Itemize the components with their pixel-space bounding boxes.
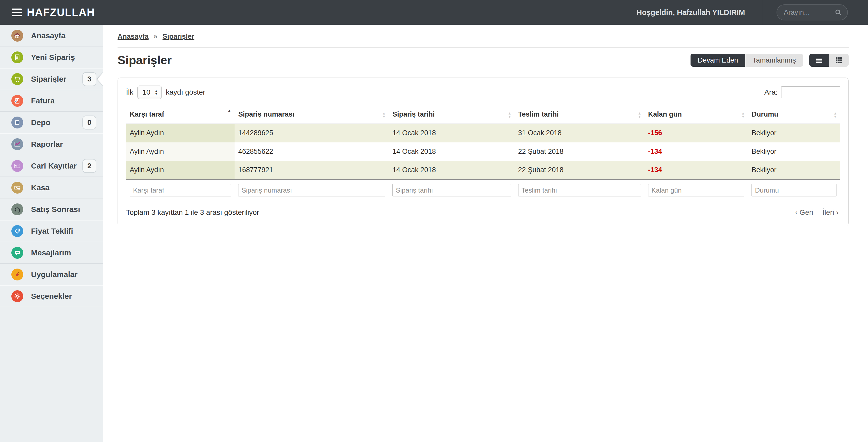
home-icon xyxy=(11,30,23,41)
sidebar-item-satis-sonrasi[interactable]: Satış Sonrası xyxy=(0,199,103,220)
pagination: ‹ Geri İleri › xyxy=(795,208,840,216)
page-length-select[interactable]: 10 ▲▼ xyxy=(137,86,162,99)
search-icon[interactable] xyxy=(834,8,842,16)
tab-tamamlanmis[interactable]: Tamamlanmış xyxy=(745,54,803,67)
sidebar-item-raporlar[interactable]: Raporlar xyxy=(0,134,103,155)
sidebar-item-label: Seçenekler xyxy=(31,292,72,301)
filter-siparis-numarasi-input[interactable] xyxy=(238,184,385,197)
sidebar-item-label: Fatura xyxy=(31,96,55,105)
column-header-siparis-numarasi[interactable]: Sipariş numarası ▲▼ xyxy=(235,106,389,124)
filter-karsi-taraf-input[interactable] xyxy=(130,184,231,197)
breadcrumb-divider xyxy=(118,47,848,48)
sidebar-item-mesajlarim[interactable]: Mesajlarım xyxy=(0,242,103,264)
table-search-label: Ara: xyxy=(765,88,778,96)
table-info-text: Toplam 3 kayıttan 1 ile 3 arası gösteril… xyxy=(126,208,259,216)
breadcrumb-separator: » xyxy=(154,33,158,40)
cell-teslim-tarihi: 22 Şubat 2018 xyxy=(515,161,645,180)
sidebar-item-label: Yeni Sipariş xyxy=(31,53,75,62)
list-view-icon xyxy=(815,56,824,65)
options-gear-icon xyxy=(11,290,23,302)
table-header-row: Karşı taraf ▲ Sipariş numarası ▲▼ Sipari… xyxy=(126,106,840,124)
sidebar-item-uygulamalar[interactable]: Uygulamalar xyxy=(0,264,103,285)
select-arrows-icon: ▲▼ xyxy=(154,89,158,95)
breadcrumb-home-link[interactable]: Anasayfa xyxy=(118,33,149,40)
column-header-durumu[interactable]: Durumu ▲▼ xyxy=(748,106,840,124)
cell-karsi-taraf: Aylin Aydın xyxy=(126,124,235,142)
grid-view-icon xyxy=(834,56,843,65)
topbar: HAFZULLAH Hoşgeldin, Hafzullah YILDIRIM xyxy=(0,0,868,25)
sort-both-icon: ▲▼ xyxy=(833,112,837,118)
sidebar-item-label: Depo xyxy=(31,118,51,127)
cell-durumu: Bekliyor xyxy=(748,142,840,161)
cell-teslim-tarihi: 31 Ocak 2018 xyxy=(515,124,645,142)
orders-cart-icon xyxy=(11,73,23,85)
cell-kalan-gun: -156 xyxy=(645,124,748,142)
sidebar-item-label: Anasayfa xyxy=(31,31,65,40)
active-item-arrow xyxy=(97,72,103,86)
pagination-next-button[interactable]: İleri › xyxy=(823,208,839,216)
cell-durumu: Bekliyor xyxy=(748,161,840,180)
sidebar-item-label: Siparişler xyxy=(31,75,66,84)
table-row[interactable]: Aylin Aydın 462855622 14 Ocak 2018 22 Şu… xyxy=(126,142,840,161)
cash-icon xyxy=(11,182,23,194)
sidebar-item-fiyat-teklifi[interactable]: Fiyat Teklifi xyxy=(0,220,103,242)
filter-kalan-gun-input[interactable] xyxy=(648,184,745,197)
sidebar-item-fatura[interactable]: Fatura xyxy=(0,90,103,112)
page-title: Siparişler xyxy=(118,53,172,67)
cell-siparis-tarihi: 14 Ocak 2018 xyxy=(389,161,514,180)
sidebar-item-kasa[interactable]: Kasa xyxy=(0,177,103,199)
user-greeting: Hoşgeldin, Hafzullah YILDIRIM xyxy=(637,8,745,17)
tab-devam-eden[interactable]: Devam Eden xyxy=(690,54,745,67)
sidebar-item-yeni-siparis[interactable]: Yeni Sipariş xyxy=(0,47,103,68)
sidebar-item-depo[interactable]: Depo 0 xyxy=(0,112,103,134)
toolbar: Devam Eden Tamamlanmış xyxy=(690,54,848,67)
table-row[interactable]: Aylin Aydın 168777921 14 Ocak 2018 22 Şu… xyxy=(126,161,840,180)
menu-toggle-icon[interactable] xyxy=(12,8,22,16)
accounts-icon xyxy=(11,160,23,172)
sidebar-item-anasayfa[interactable]: Anasayfa xyxy=(0,25,103,47)
pagination-prev-button[interactable]: ‹ Geri xyxy=(795,208,813,216)
main-content: Anasayfa » Siparişler Siparişler Devam E… xyxy=(103,25,868,226)
table-search-input[interactable] xyxy=(781,86,840,98)
sidebar-item-label: Fiyat Teklifi xyxy=(31,227,73,235)
column-header-karsi-taraf[interactable]: Karşı taraf ▲ xyxy=(126,106,235,124)
cell-siparis-numarasi: 168777921 xyxy=(235,161,389,180)
column-header-siparis-tarihi[interactable]: Sipariş tarihi ▲▼ xyxy=(389,106,514,124)
sidebar-item-siparisler[interactable]: Siparişler 3 xyxy=(0,68,103,90)
column-header-teslim-tarihi[interactable]: Teslim tarihi ▲▼ xyxy=(515,106,645,124)
brand-logo: HAFZULLAH xyxy=(27,6,95,19)
sidebar: Anasayfa Yeni Sipariş Siparişler 3 Fatur… xyxy=(0,25,103,442)
status-tabs: Devam Eden Tamamlanmış xyxy=(690,54,803,67)
cell-siparis-numarasi: 462855622 xyxy=(235,142,389,161)
sidebar-item-secenekler[interactable]: Seçenekler xyxy=(0,285,103,307)
filter-teslim-tarihi-input[interactable] xyxy=(518,184,641,197)
cell-siparis-tarihi: 14 Ocak 2018 xyxy=(389,142,514,161)
filter-siparis-tarihi-input[interactable] xyxy=(393,184,511,197)
global-search-input[interactable] xyxy=(784,8,834,17)
cell-karsi-taraf: Aylin Aydın xyxy=(126,142,235,161)
orders-table: Karşı taraf ▲ Sipariş numarası ▲▼ Sipari… xyxy=(126,106,840,202)
sort-both-icon: ▲▼ xyxy=(638,112,642,118)
breadcrumb-current-link[interactable]: Siparişler xyxy=(162,33,194,40)
cell-durumu: Bekliyor xyxy=(748,124,840,142)
table-row[interactable]: Aylin Aydın 144289625 14 Ocak 2018 31 Oc… xyxy=(126,124,840,142)
accounts-count-badge: 2 xyxy=(83,159,96,173)
orders-panel: İlk 10 ▲▼ kaydı göster Ara: Kar xyxy=(118,78,848,226)
filter-durumu-input[interactable] xyxy=(751,184,836,197)
after-sales-icon xyxy=(11,203,23,215)
grid-view-button[interactable] xyxy=(829,54,848,67)
list-view-button[interactable] xyxy=(809,54,829,67)
cell-teslim-tarihi: 22 Şubat 2018 xyxy=(515,142,645,161)
cell-siparis-numarasi: 144289625 xyxy=(235,124,389,142)
sidebar-item-cari-kayitlar[interactable]: Cari Kayıtlar 2 xyxy=(0,155,103,177)
messages-icon xyxy=(11,247,23,259)
sidebar-item-label: Kasa xyxy=(31,183,50,192)
page-length-suffix: kaydı göster xyxy=(166,88,206,96)
invoice-icon xyxy=(11,95,23,107)
column-header-kalan-gun[interactable]: Kalan gün ▲▼ xyxy=(645,106,748,124)
page-length-value: 10 xyxy=(142,88,150,96)
view-toggle xyxy=(809,54,848,67)
breadcrumb: Anasayfa » Siparişler xyxy=(118,33,848,40)
quote-icon xyxy=(11,225,23,237)
sort-both-icon: ▲▼ xyxy=(741,112,745,118)
